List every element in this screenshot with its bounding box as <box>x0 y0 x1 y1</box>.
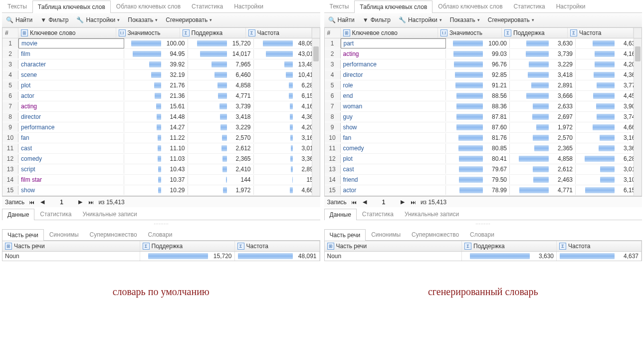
keyword-cell[interactable]: part <box>341 38 446 48</box>
keyword-cell[interactable]: director <box>341 70 446 79</box>
col-frequency[interactable]: ΣЧастота <box>568 28 634 38</box>
col-significance[interactable]: I.IЗначимость <box>438 28 502 38</box>
tab-texts[interactable]: Тексты <box>2 0 32 12</box>
keyword-cell[interactable]: film star <box>18 175 124 184</box>
subtab-unique[interactable]: Уникальные записи <box>77 208 142 220</box>
table-row[interactable]: 3 character 39.92 7,965 13,488 <box>2 59 320 70</box>
table-row[interactable]: 13 cast 79.67 2,612 3,013 <box>325 164 642 175</box>
table-row[interactable]: 9 show 87.60 1,972 4,668 <box>325 122 642 133</box>
table-row[interactable]: 2 film 94.95 14,017 43,013 <box>2 49 320 59</box>
keyword-cell[interactable]: plot <box>341 154 446 163</box>
filter-button[interactable]: ▼Фильтр <box>360 15 394 25</box>
nav-prev-icon[interactable]: ◀ <box>39 199 46 205</box>
nav-first-icon[interactable]: ⏮ <box>350 199 358 205</box>
table-row[interactable]: 8 director 14.48 3,418 4,366 <box>2 112 320 122</box>
keyword-cell[interactable]: fan <box>18 133 124 142</box>
keyword-cell[interactable]: guy <box>341 112 446 121</box>
subtab-synonyms[interactable]: Синонимы <box>44 229 84 240</box>
keyword-cell[interactable]: show <box>341 123 446 132</box>
subtab-data[interactable]: Данные <box>2 209 34 220</box>
tab-statistics[interactable]: Статистика <box>186 0 228 12</box>
table-row[interactable]: 4 scene 32.19 6,460 10,413 <box>2 70 320 80</box>
show-button[interactable]: Показать▾ <box>125 15 161 25</box>
keyword-cell[interactable]: fan <box>341 133 446 142</box>
keyword-cell[interactable]: role <box>341 81 446 90</box>
subtab-dictionaries[interactable]: Словари <box>143 229 178 240</box>
table-row[interactable]: 11 cast 11.10 2,612 3,013 <box>2 143 320 154</box>
col-pos-support[interactable]: ΣПоддержка <box>462 241 557 251</box>
keyword-cell[interactable]: woman <box>341 102 446 111</box>
table-row[interactable]: 15 show 10.29 1,972 4,668 <box>2 185 320 196</box>
table-row[interactable]: 12 plot 80.41 4,858 6,283 <box>325 154 642 164</box>
col-support[interactable]: ΣПоддержка <box>502 28 568 38</box>
nav-next-icon[interactable]: ▶ <box>399 199 406 205</box>
table-row[interactable]: 3 performance 96.76 3,229 4,207 <box>325 59 642 70</box>
col-pos-frequency[interactable]: ΣЧастота <box>235 241 320 251</box>
keyword-cell[interactable]: cast <box>341 165 446 174</box>
subtab-data[interactable]: Данные <box>324 209 357 220</box>
tab-keyword-table[interactable]: Таблица ключевых слов <box>32 0 111 13</box>
col-pos[interactable]: ⊞Часть речи <box>325 241 462 251</box>
table-row[interactable]: 7 acting 15.61 3,739 4,161 <box>2 101 320 112</box>
col-pos-frequency[interactable]: ΣЧастота <box>557 241 642 251</box>
find-button[interactable]: 🔍Найти <box>3 15 35 25</box>
tab-settings[interactable]: Настройки <box>228 0 269 12</box>
keyword-cell[interactable]: comedy <box>341 144 446 153</box>
keyword-cell[interactable]: character <box>18 60 124 69</box>
subtab-synonyms[interactable]: Синонимы <box>366 229 406 240</box>
record-number-input[interactable] <box>49 198 74 206</box>
tab-keyword-cloud[interactable]: Облако ключевых слов <box>111 0 186 12</box>
table-row[interactable]: 1 movie 100.00 15,720 48,091 <box>2 38 320 49</box>
keyword-cell[interactable]: actor <box>18 91 124 100</box>
table-row[interactable]: 2 acting 99.03 3,739 4,161 <box>325 49 642 59</box>
table-row[interactable]: 6 end 88.56 3,666 4,459 <box>325 91 642 101</box>
nav-last-icon[interactable]: ⏭ <box>87 199 95 205</box>
table-row[interactable]: 5 plot 21.76 4,858 6,283 <box>2 80 320 91</box>
keyword-cell[interactable]: plot <box>18 81 124 90</box>
table-row[interactable]: 15 actor 78.99 4,771 6,154 <box>325 185 642 196</box>
col-support[interactable]: ΣПоддержка <box>180 28 246 38</box>
tab-keyword-cloud[interactable]: Облако ключевых слов <box>432 0 508 12</box>
tab-keyword-table[interactable]: Таблица ключевых слов <box>354 0 432 13</box>
vertical-scrollbar[interactable] <box>312 38 320 196</box>
table-row[interactable]: 9 performance 14.27 3,229 4,207 <box>2 122 320 133</box>
table-row[interactable]: 8 guy 87.81 2,697 3,746 <box>325 112 642 122</box>
generate-button[interactable]: Сгенерировать▾ <box>485 15 537 25</box>
nav-first-icon[interactable]: ⏮ <box>27 199 36 205</box>
table-row[interactable]: 1 part 100.00 3,630 4,637 <box>325 38 642 49</box>
table-row[interactable]: 14 film star 10.37 144 150 <box>2 175 320 185</box>
keyword-cell[interactable]: show <box>18 186 124 195</box>
table-row[interactable]: 6 actor 21.36 4,771 6,154 <box>2 91 320 101</box>
col-pos-support[interactable]: ΣПоддержка <box>140 241 235 251</box>
subtab-unique[interactable]: Уникальные записи <box>399 208 464 220</box>
subtab-statistics[interactable]: Статистика <box>34 208 77 220</box>
col-index[interactable]: # <box>2 28 18 38</box>
keyword-cell[interactable]: end <box>341 91 446 100</box>
table-row[interactable]: 10 fan 81.76 2,570 3,160 <box>325 133 642 143</box>
nav-prev-icon[interactable]: ◀ <box>361 199 368 205</box>
keyword-cell[interactable]: acting <box>18 102 124 111</box>
nav-next-icon[interactable]: ▶ <box>77 199 84 205</box>
table-row[interactable]: 10 fan 11.22 2,570 3,160 <box>2 133 320 143</box>
col-index[interactable]: # <box>325 28 341 38</box>
settings-button[interactable]: 🔧Настройки▾ <box>73 15 123 25</box>
keyword-cell[interactable]: comedy <box>18 154 124 163</box>
keyword-cell[interactable]: scene <box>18 70 124 79</box>
subtab-pos[interactable]: Часть речи <box>324 229 366 241</box>
subtab-pos[interactable]: Часть речи <box>2 229 44 241</box>
keyword-cell[interactable]: acting <box>341 49 446 58</box>
table-row[interactable]: 14 friend 79.50 2,463 3,103 <box>325 175 642 185</box>
tab-texts[interactable]: Тексты <box>324 0 355 12</box>
col-keyword[interactable]: ⊞Ключевое слово <box>18 28 116 38</box>
subtab-superset[interactable]: Супермножество <box>406 229 464 240</box>
subtab-statistics[interactable]: Статистика <box>357 208 399 220</box>
table-row[interactable]: 11 comedy 80.85 2,365 3,363 <box>325 143 642 154</box>
table-row[interactable]: 7 woman 88.36 2,633 3,908 <box>325 101 642 112</box>
keyword-cell[interactable]: script <box>18 165 124 174</box>
col-frequency[interactable]: ΣЧастота <box>246 28 312 38</box>
show-button[interactable]: Показать▾ <box>447 15 483 25</box>
col-significance[interactable]: I.IЗначимость <box>116 28 180 38</box>
scroll-thumb[interactable] <box>313 46 319 61</box>
nav-last-icon[interactable]: ⏭ <box>409 199 418 205</box>
table-row[interactable]: 13 script 10.43 2,410 2,896 <box>2 164 320 175</box>
